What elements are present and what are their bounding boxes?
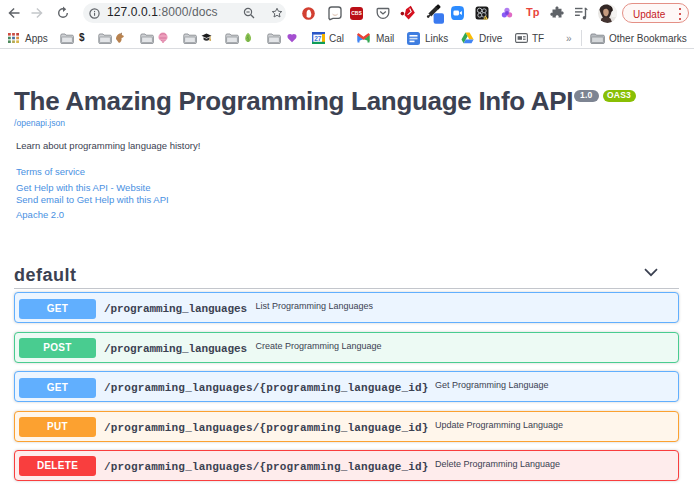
svg-text:27: 27 (314, 35, 322, 42)
